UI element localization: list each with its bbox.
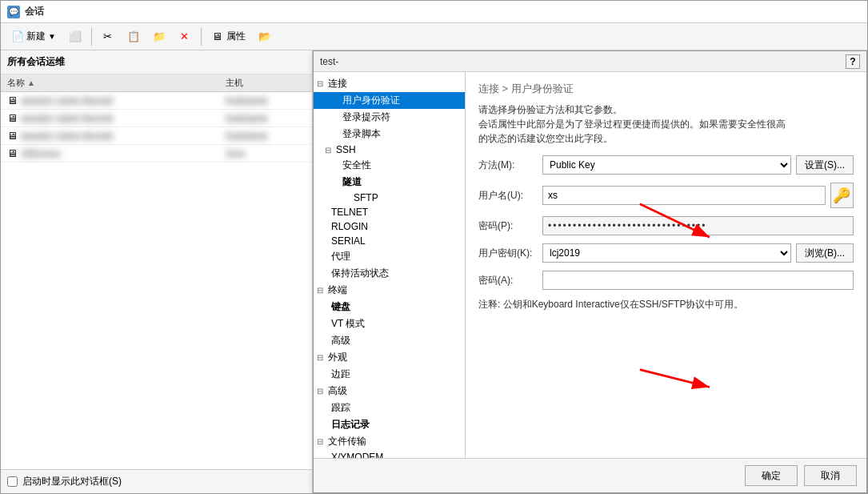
tree-item-trace[interactable]: 跟踪: [314, 400, 465, 416]
expand-icon: ⊟: [317, 286, 328, 295]
properties-button[interactable]: 🖥 属性: [206, 26, 251, 46]
new-icon: 📄: [11, 30, 24, 43]
username-row: 用户名(U): 🔑: [478, 183, 854, 208]
delete-icon: ✕: [178, 30, 191, 43]
session-list: 🖥 session name blurred hostname 🖥 sessio…: [1, 92, 312, 469]
tree-item-auth[interactable]: 用户身份验证: [314, 92, 465, 109]
settings-button[interactable]: 设置(S)...: [796, 155, 854, 175]
password-row: 密码(P):: [478, 216, 854, 235]
list-item[interactable]: 🖥 session name blurred hostname: [1, 127, 312, 145]
app-icon: 💬: [7, 6, 20, 18]
session-host-4: 2xxx: [226, 148, 306, 159]
show-on-startup-label: 启动时显示此对话框(S): [22, 475, 122, 488]
app-window: 💬 会话 📄 新建 ▼ ⬜ ✂ 📋 📁 ✕ 🖥 属性 📂: [0, 0, 868, 494]
tree-item-margin[interactable]: 边距: [314, 366, 465, 383]
method-label: 方法(M):: [478, 159, 542, 172]
tree-item-advanced-terminal[interactable]: 高级: [314, 332, 465, 349]
username-input[interactable]: [542, 186, 826, 205]
browse-button[interactable]: 浏览(B)...: [796, 243, 854, 263]
password-control: [542, 216, 854, 235]
expand-icon: ⊟: [325, 146, 336, 155]
session-icon-4: 🖥: [7, 147, 18, 159]
password-input[interactable]: [542, 216, 854, 235]
tree-item-connection[interactable]: ⊟连接: [314, 75, 465, 92]
method-select[interactable]: Password Public Key Keyboard Interactive…: [542, 155, 791, 175]
settings-panel: 连接 > 用户身份验证 请选择身份验证方法和其它参数。 会话属性中此部分是为了登…: [466, 72, 866, 458]
passphrase-control: [542, 271, 854, 290]
tree-item-terminal[interactable]: ⊟终端: [314, 282, 465, 299]
paste-button[interactable]: 📁: [147, 27, 171, 46]
method-row: 方法(M): Password Public Key Keyboard Inte…: [478, 155, 854, 175]
tree-item-keepalive[interactable]: 保持活动状态: [314, 265, 465, 282]
dialog-title: test-: [320, 56, 338, 67]
tree-item-filetransfer[interactable]: ⊟文件传输: [314, 433, 465, 450]
session-icon-1: 🖥: [7, 94, 18, 106]
userkey-wrapper: None lcj2019 id_rsa 浏览(B)...: [542, 243, 854, 263]
scissors-icon: ✂: [102, 30, 114, 43]
ok-button[interactable]: 确定: [745, 465, 798, 486]
session-icon-3: 🖥: [7, 130, 18, 142]
delete-button[interactable]: ✕: [173, 27, 197, 46]
passphrase-label: 密码(A):: [478, 274, 542, 287]
userkey-select[interactable]: None lcj2019 id_rsa: [542, 243, 791, 263]
session-host-1: hostname: [226, 95, 306, 106]
tree-item-logging[interactable]: 日志记录: [314, 416, 465, 433]
col-name-header[interactable]: 名称 ▲: [7, 77, 226, 89]
note-text: 注释: 公钥和Keyboard Interactive仅在SSH/SFTP协议中…: [478, 298, 854, 311]
tree-item-telnet[interactable]: TELNET: [314, 205, 465, 219]
session-properties-dialog: test- ? ⊟连接 用户身份验证 登: [313, 50, 867, 493]
left-panel: 所有会话运维 名称 ▲ 主机 🖥 session name blurred ho…: [1, 50, 313, 493]
userkey-row: 用户密钥(K): None lcj2019 id_rsa 浏览(B)...: [478, 243, 854, 263]
dialog-area: test- ? ⊟连接 用户身份验证 登: [313, 50, 867, 493]
toolbar: 📄 新建 ▼ ⬜ ✂ 📋 📁 ✕ 🖥 属性 📂: [1, 23, 867, 50]
list-item[interactable]: 🖥 162xxxxx 2xxx: [1, 145, 312, 163]
key-icon[interactable]: 🔑: [830, 183, 854, 208]
paste-icon: 📁: [153, 30, 166, 43]
toolbar-sep-2: [201, 28, 202, 46]
title-bar: 💬 会话: [1, 1, 867, 23]
copy-button[interactable]: 📋: [122, 27, 146, 46]
tree-item-login-script[interactable]: 登录脚本: [314, 126, 465, 143]
session-host-2: hostname: [226, 113, 306, 124]
open-folder-button[interactable]: 📂: [253, 27, 277, 46]
session-name-1: session name blurred: [21, 95, 226, 106]
username-label: 用户名(U):: [478, 189, 542, 203]
tree-item-appearance[interactable]: ⊟外观: [314, 349, 465, 366]
properties-icon: 🖥: [211, 30, 224, 43]
tree-item-tunnel[interactable]: 隧道: [314, 174, 465, 191]
tree-item-proxy[interactable]: 代理: [314, 248, 465, 265]
userkey-control: None lcj2019 id_rsa 浏览(B)...: [542, 243, 854, 263]
tree-item-serial[interactable]: SERIAL: [314, 234, 465, 248]
tree-item-xymodem[interactable]: X/YMODEM: [314, 450, 465, 458]
method-select-wrapper: Password Public Key Keyboard Interactive…: [542, 155, 854, 175]
dialog-body: ⊟连接 用户身份验证 登录提示符 登录脚本 ⊟SSH: [314, 72, 866, 458]
show-on-startup-checkbox[interactable]: [7, 476, 18, 487]
passphrase-row: 密码(A):: [478, 271, 854, 290]
cancel-button[interactable]: 取消: [804, 465, 857, 486]
col-host-header[interactable]: 主机: [226, 77, 306, 89]
app-title: 会话: [25, 5, 44, 18]
dialog-help-button[interactable]: ?: [846, 54, 860, 69]
tree-item-ssh[interactable]: ⊟SSH: [314, 143, 465, 157]
expand-icon: ⊟: [317, 353, 328, 362]
tree-item-vt-mode[interactable]: VT 模式: [314, 315, 465, 332]
list-item[interactable]: 🖥 session name blurred hostname: [1, 92, 312, 110]
userkey-label: 用户密钥(K):: [478, 247, 542, 260]
tree-item-sftp[interactable]: SFTP: [314, 191, 465, 205]
new-button[interactable]: 📄 新建 ▼: [6, 26, 62, 46]
tree-item-rlogin[interactable]: RLOGIN: [314, 219, 465, 234]
list-item[interactable]: 🖥 session name blurred hostname: [1, 110, 312, 127]
tree-item-keyboard[interactable]: 键盘: [314, 299, 465, 315]
settings-description: 请选择身份验证方法和其它参数。 会话属性中此部分是为了登录过程更便捷而提供的。如…: [478, 102, 854, 146]
cut-button[interactable]: ✂: [96, 27, 120, 46]
session-name-2: session name blurred: [21, 113, 226, 124]
folder-icon: 📂: [258, 30, 271, 43]
tree-item-advanced[interactable]: ⊟高级: [314, 383, 465, 400]
tree-item-login-prompt[interactable]: 登录提示符: [314, 109, 465, 126]
session-table-header: 名称 ▲ 主机: [1, 74, 312, 92]
tree-item-security[interactable]: 安全性: [314, 157, 465, 174]
passphrase-input[interactable]: [542, 271, 854, 290]
copy-icon: 📋: [127, 30, 140, 43]
copy-session-button[interactable]: ⬜: [63, 27, 87, 46]
copy-session-icon: ⬜: [69, 30, 82, 43]
